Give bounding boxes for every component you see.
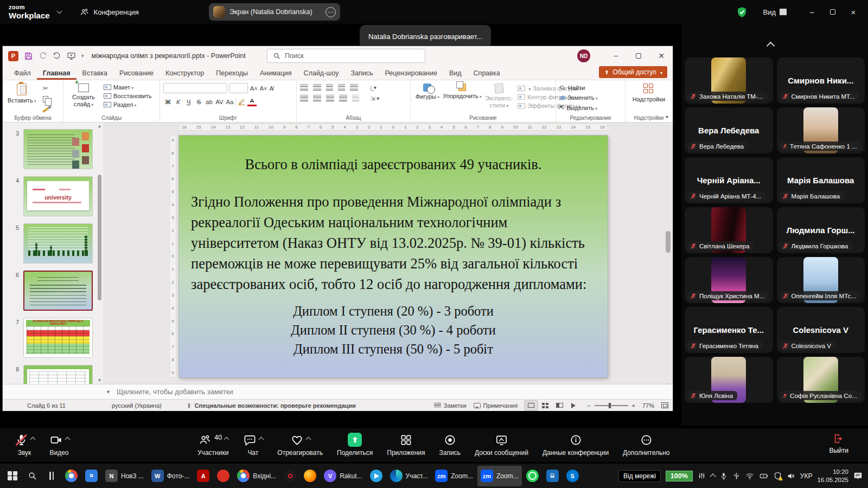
font-style-button[interactable]: Aa — [225, 97, 234, 106]
zoom-percent[interactable]: 77% — [642, 402, 654, 409]
toolbar-button[interactable]: Запись — [439, 433, 461, 457]
vscrollbar-thumb[interactable] — [666, 231, 671, 253]
start-button[interactable] — [3, 465, 22, 487]
slide-thumbnail[interactable]: 6 — [3, 271, 93, 311]
tab-screen-share[interactable]: Экран (Natalia Dobrianska) ⋯ — [209, 3, 340, 21]
comments-toggle[interactable]: Примечания — [474, 402, 518, 409]
workspace-chevron-down-icon[interactable] — [56, 8, 62, 14]
qat-customize-icon[interactable]: ▾ — [81, 53, 84, 59]
normal-view-button[interactable] — [525, 401, 538, 410]
format-painter-icon[interactable] — [41, 106, 50, 114]
notes-pane[interactable]: ▼ Щелкните, чтобы добавить заметки — [3, 384, 673, 399]
justify-icon[interactable] — [339, 95, 347, 101]
taskbar-app[interactable]: O — [280, 466, 299, 486]
copy-icon[interactable] — [41, 95, 50, 104]
ribbon-tab[interactable]: Вставка — [76, 67, 113, 80]
toolbar-button[interactable]: Отреагировать — [277, 433, 323, 457]
shapes-button[interactable]: Фигуры — [414, 83, 441, 101]
ribbon-tab[interactable]: Анимация — [254, 67, 298, 80]
toolbar-button[interactable]: Звук — [14, 433, 35, 457]
zoom-thumb[interactable] — [609, 403, 611, 408]
scrollbar-thumb[interactable] — [98, 175, 101, 300]
toolbar-button[interactable]: Поделиться — [337, 433, 373, 457]
clock[interactable]: 10:20 16.05.2025 — [817, 468, 848, 484]
slide-thumbnail[interactable]: 3 — [3, 129, 93, 169]
font-style-button[interactable]: S — [194, 97, 203, 106]
close-button[interactable]: × — [844, 4, 863, 20]
zoom-slider[interactable]: − + — [587, 402, 635, 409]
reading-view-button[interactable] — [553, 401, 566, 410]
microphone-icon[interactable] — [720, 472, 727, 480]
scroll-down-icon[interactable]: ▼ — [97, 378, 102, 383]
thumbnail-preview[interactable]: РЕЗУЛЬТАТИ МІЖНАРОДНА ОЛІМПІАДА З РЕКРЕА… — [23, 318, 93, 358]
pp-restore-button[interactable] — [627, 46, 650, 66]
taskbar-app[interactable]: Участ... — [387, 466, 431, 486]
layout-button[interactable]: Макет — [104, 84, 151, 91]
toolbar-button[interactable]: Видео — [49, 433, 69, 457]
taskbar-app[interactable]: zm Zoom... — [432, 466, 476, 486]
paste-button[interactable]: Вставить — [6, 83, 38, 105]
align-center-icon[interactable] — [313, 95, 321, 101]
participant-tile[interactable]: Людмила Горш... Людмила Горшкова — [777, 207, 865, 253]
taskbar-app[interactable]: zm Zoom... — [477, 466, 522, 486]
thumbnail-preview[interactable]: university — [23, 176, 93, 216]
slide-thumbnail[interactable]: 4 university — [3, 176, 93, 216]
font-style-button[interactable]: Ч — [184, 97, 193, 106]
slide-thumbnail[interactable]: 8 — [3, 365, 93, 384]
thumbnail-preview[interactable] — [23, 271, 93, 311]
ribbon-tab[interactable]: Рецензирование — [379, 67, 443, 80]
ribbon-tab[interactable]: Файл — [8, 67, 37, 80]
restore-button[interactable] — [824, 4, 842, 20]
participant-tile[interactable]: Черній Аріана... Черній Аріана МТ-4... — [685, 157, 773, 203]
participant-tile[interactable]: Юля Лєвіна — [685, 357, 773, 403]
zoom-out-icon[interactable]: − — [587, 402, 590, 409]
undo-icon[interactable] — [39, 52, 47, 60]
pp-minimize-button[interactable]: − — [604, 46, 627, 66]
wifi-icon[interactable] — [745, 472, 754, 480]
speaker-icon[interactable] — [787, 472, 795, 480]
tab-more-icon[interactable]: ⋯ — [326, 7, 336, 17]
increase-indent-icon[interactable] — [338, 84, 345, 91]
replace-button[interactable]: abЗаменить — [559, 94, 598, 101]
ribbon-tab[interactable]: Главная — [37, 67, 76, 80]
toolbar-button[interactable]: Данные конференции — [542, 433, 609, 457]
ribbon-tab[interactable]: Конструктор — [159, 67, 210, 80]
start-slideshow-icon[interactable] — [67, 52, 76, 61]
cut-icon[interactable]: ✂ — [41, 84, 50, 93]
align-left-icon[interactable] — [300, 95, 308, 101]
decrease-indent-icon[interactable] — [326, 84, 333, 91]
taskbar-app[interactable] — [301, 466, 320, 486]
thumbnail-preview[interactable] — [23, 365, 93, 384]
clear-format-icon[interactable]: A̸ — [270, 85, 273, 92]
ribbon-tab[interactable]: Справка — [468, 67, 506, 80]
security-shield-icon[interactable] — [733, 4, 750, 20]
taskbar-app[interactable] — [62, 466, 81, 486]
taskbar-app[interactable]: ⌸ — [543, 466, 562, 486]
leave-button[interactable]: Выйти — [829, 433, 848, 454]
zoom-track[interactable] — [595, 405, 628, 406]
ribbon-tab[interactable]: Рисование — [113, 67, 159, 80]
task-view-button[interactable] — [42, 465, 61, 487]
taskbar-app[interactable]: A — [194, 466, 213, 486]
minimize-button[interactable]: − — [803, 4, 821, 20]
numbering-icon[interactable] — [313, 84, 321, 91]
slide-thumbnail[interactable]: 7 РЕЗУЛЬТАТИ МІЖНАРОДНА ОЛІМПІАДА З РЕКР… — [3, 318, 93, 358]
participant-tile[interactable]: Світлана Шекера — [685, 207, 773, 253]
font-style-button[interactable]: Ж — [163, 97, 173, 106]
tray-expand-icon[interactable] — [710, 473, 716, 479]
thumbnail-preview[interactable] — [23, 129, 93, 169]
arrange-button[interactable]: Упорядочить — [444, 83, 480, 100]
security-status-icon[interactable] — [774, 472, 782, 480]
scroll-up-icon[interactable]: ▲ — [97, 124, 102, 129]
toolbar-button[interactable]: Чат — [242, 433, 263, 457]
slideshow-button[interactable] — [567, 401, 580, 410]
new-slide-button[interactable]: Создать слайд — [67, 83, 100, 108]
collapse-ribbon-icon[interactable]: ▾ — [666, 114, 668, 120]
quick-styles-button[interactable]: Экспресс-стили — [483, 83, 514, 109]
accessibility-status[interactable]: Специальные возможности: проверьте реком… — [186, 402, 356, 409]
font-size-input[interactable] — [229, 83, 248, 93]
grow-font-icon[interactable]: A˄ — [250, 85, 258, 92]
volume-mixer-icon[interactable] — [698, 472, 706, 480]
font-style-button[interactable]: К — [174, 97, 183, 106]
chevron-up-icon[interactable] — [65, 437, 71, 442]
